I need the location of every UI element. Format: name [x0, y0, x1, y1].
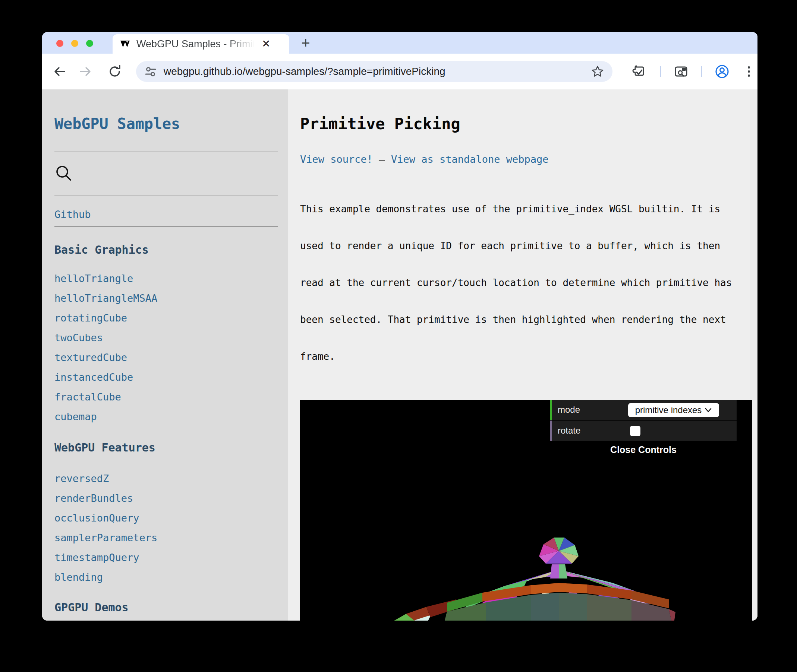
sample-main: Primitive Picking View source! – View as… — [288, 90, 757, 621]
section-heading-basic-graphics: Basic Graphics — [55, 243, 288, 257]
divider — [55, 195, 278, 196]
sidebar-item-occlusionquery[interactable]: occlusionQuery — [55, 512, 140, 524]
forward-icon[interactable] — [78, 64, 93, 79]
sidebar-item-twocubes[interactable]: twoCubes — [55, 332, 103, 344]
sidebar-item-timestampquery[interactable]: timestampQuery — [55, 552, 140, 563]
divider — [55, 226, 278, 227]
sidebar-title: WebGPU Samples — [55, 115, 288, 132]
mode-label: mode — [558, 405, 580, 415]
standalone-link[interactable]: View as standalone webpage — [391, 154, 549, 165]
sidebar-item-rotatingcube[interactable]: rotatingCube — [55, 312, 127, 324]
view-source-link[interactable]: View source! — [300, 154, 373, 165]
chevron-down-icon — [704, 408, 712, 413]
browser-tab[interactable]: WebGPU Samples - Primitive ✕ — [112, 34, 289, 54]
rotate-checkbox[interactable] — [630, 426, 640, 436]
sidebar-item-texturedcube[interactable]: texturedCube — [55, 352, 127, 363]
teapot-render — [370, 534, 749, 621]
gui-accent-bar — [550, 421, 552, 441]
close-controls-button[interactable]: Close Controls — [550, 445, 737, 455]
close-window-button[interactable] — [56, 40, 63, 47]
sidebar-item-reversedz[interactable]: reversedZ — [55, 473, 109, 485]
profile-avatar-icon[interactable] — [715, 64, 730, 79]
page-title: Primitive Picking — [300, 114, 757, 134]
section-heading-webgpu-features: WebGPU Features — [55, 441, 288, 454]
mode-select-value: primitive indexes — [635, 405, 702, 415]
menu-kebab-icon[interactable] — [741, 64, 756, 79]
page-content: WebGPU Samples Github Basic Graphics hel… — [42, 90, 757, 621]
site-settings-icon[interactable] — [144, 65, 157, 78]
side-panel-search-icon[interactable] — [674, 64, 688, 79]
gui-accent-bar — [550, 400, 552, 420]
sample-links: View source! – View as standalone webpag… — [300, 153, 757, 166]
webgpu-favicon-icon — [120, 38, 131, 50]
sidebar-item-hellotriangle[interactable]: helloTriangle — [55, 273, 133, 285]
gui-panel: mode primitive indexes rotate — [550, 400, 737, 442]
zoom-window-button[interactable] — [86, 40, 93, 47]
sidebar-item-cubemap[interactable]: cubemap — [55, 411, 97, 423]
reload-icon[interactable] — [107, 64, 122, 79]
rotate-label: rotate — [558, 426, 581, 436]
webgpu-canvas[interactable]: mode primitive indexes rotate — [300, 400, 752, 621]
close-tab-icon[interactable]: ✕ — [262, 39, 270, 49]
sidebar-item-samplerparameters[interactable]: samplerParameters — [55, 532, 157, 544]
bookmark-star-icon[interactable] — [591, 65, 604, 78]
link-separator: – — [379, 154, 385, 165]
tab-strip: WebGPU Samples - Primitive ✕ + — [42, 32, 757, 54]
url-text[interactable]: webgpu.github.io/webgpu-samples/?sample=… — [164, 66, 446, 77]
extensions-icon[interactable] — [632, 64, 647, 79]
sidebar-item-instancedcube[interactable]: instancedCube — [55, 371, 133, 383]
toolbar-divider — [660, 66, 661, 77]
gui-row-rotate: rotate — [550, 421, 737, 442]
back-icon[interactable] — [52, 64, 67, 79]
sidebar-item-github[interactable]: Github — [55, 209, 91, 221]
section-heading-gpgpu-demos: GPGPU Demos — [55, 601, 288, 614]
mode-select[interactable]: primitive indexes — [628, 403, 719, 417]
browser-window: WebGPU Samples - Primitive ✕ + webgpu.gi… — [42, 32, 757, 621]
search-icon[interactable] — [55, 164, 73, 182]
tab-title: WebGPU Samples - Primitive — [136, 38, 260, 50]
sidebar-item-renderbundles[interactable]: renderBundles — [55, 493, 133, 504]
minimize-window-button[interactable] — [71, 40, 78, 47]
sample-description: This example demonstrates use of the pri… — [300, 178, 757, 387]
new-tab-button[interactable]: + — [297, 34, 314, 51]
toolbar-divider — [701, 66, 702, 77]
browser-toolbar: webgpu.github.io/webgpu-samples/?sample=… — [42, 54, 757, 90]
divider — [55, 151, 278, 152]
samples-sidebar: WebGPU Samples Github Basic Graphics hel… — [42, 90, 288, 621]
gui-row-mode: mode primitive indexes — [550, 400, 737, 421]
sidebar-item-blending[interactable]: blending — [55, 571, 103, 583]
sidebar-item-fractalcube[interactable]: fractalCube — [55, 391, 121, 403]
sidebar-item-hellotrianglemsaa[interactable]: helloTriangleMSAA — [55, 293, 157, 304]
address-bar[interactable]: webgpu.github.io/webgpu-samples/?sample=… — [136, 61, 613, 82]
